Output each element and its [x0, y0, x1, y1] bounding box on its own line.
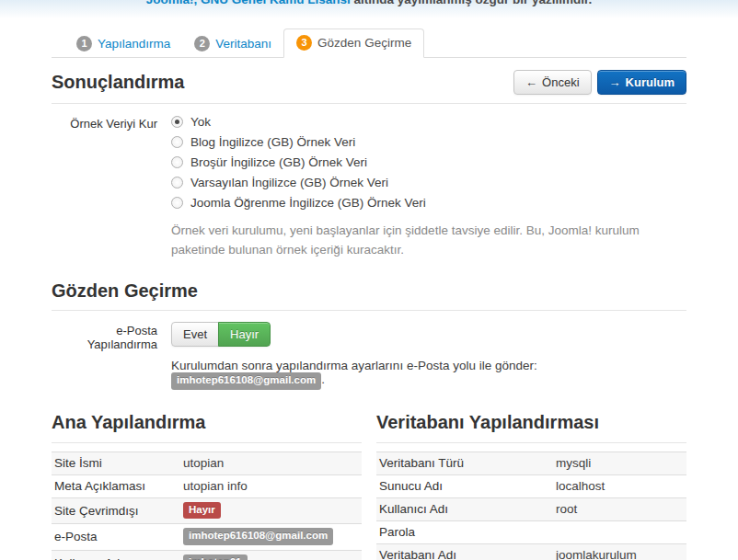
main-config-table: Site İsmiutopianMeta Açıklamasıutopian i…	[52, 451, 362, 560]
tab-label: Gözden Geçirme	[317, 36, 411, 50]
radio-button-icon[interactable]	[171, 197, 183, 209]
radio-button-icon[interactable]	[171, 136, 183, 148]
table-row: Sunucu Adılocalhost	[376, 474, 686, 497]
radio-option-label: Joomla Öğrenme İngilizce (GB) Örnek Veri	[190, 196, 426, 210]
value-badge: imhotep61	[183, 554, 248, 560]
license-line: Joomla!, GNU Genel Kamu Lisansı altında …	[0, 0, 738, 6]
row-label: Meta Açıklaması	[52, 474, 180, 497]
divider	[376, 442, 686, 443]
radio-button-icon[interactable]	[171, 156, 183, 168]
row-value: utopian	[180, 451, 362, 474]
db-config-title: Veritabanı Yapılandırması	[376, 412, 686, 433]
tab-number-badge: 1	[76, 36, 92, 51]
finalise-header: Sonuçlandırma ← Önceki → Kurulum	[52, 70, 686, 95]
radio-option-label: Varsayılan İngilizce (GB) Örnek Veri	[190, 176, 388, 189]
table-row: Site İsmiutopian	[52, 451, 362, 474]
arrow-left-icon: ←	[525, 75, 537, 89]
row-label: Parola	[376, 520, 553, 543]
row-value: localhost	[553, 474, 686, 497]
row-label: Sunucu Adı	[376, 474, 553, 497]
previous-button-label: Önceki	[542, 75, 579, 89]
email-sentence-prefix: Kurulumdan sonra yapılandırma ayarlarını…	[171, 359, 537, 372]
wizard-nav-buttons: ← Önceki → Kurulum	[513, 70, 686, 95]
radio-button-icon[interactable]	[171, 116, 183, 128]
page-title: Sonuçlandırma	[52, 72, 184, 93]
tab-number-badge: 3	[296, 35, 312, 51]
sample-data-option[interactable]: Broşür İngilizce (GB) Örnek Veri	[171, 155, 686, 169]
license-link[interactable]: Joomla!, GNU Genel Kamu Lisansı	[146, 0, 351, 6]
divider	[52, 442, 362, 443]
row-value: imhotep616108@gmail.com	[180, 524, 362, 551]
table-row: Kullanıcı Adıroot	[376, 497, 686, 520]
sample-data-label: Örnek Veriyi Kur	[52, 115, 171, 260]
table-row: e-Postaimhotep616108@gmail.com	[52, 524, 362, 551]
row-value: Hayır	[180, 497, 362, 524]
row-value	[553, 520, 686, 543]
install-button-label: Kurulum	[626, 75, 675, 89]
table-row: Veritabanı Türümysqli	[376, 451, 686, 474]
row-value: imhotep61	[180, 551, 362, 560]
install-container: 1Yapılandırma2Veritabanı3Gözden Geçirme …	[52, 29, 686, 560]
row-label: Veritabanı Adı	[376, 543, 553, 560]
email-sentence: Kurulumdan sonra yapılandırma ayarlarını…	[171, 359, 686, 390]
row-value: root	[553, 497, 686, 520]
wizard-tabs: 1Yapılandırma2Veritabanı3Gözden Geçirme	[52, 29, 686, 58]
tab-gözden-geçirme[interactable]: 3Gözden Geçirme	[283, 29, 424, 58]
table-row: Site ÇevrimdışıHayır	[52, 497, 362, 524]
tab-veritabanı[interactable]: 2Veritabanı	[182, 30, 283, 58]
sample-data-help: Örnek veri kurulumu, yeni başlayanlar iç…	[171, 222, 652, 260]
sample-data-option[interactable]: Blog İngilizce (GB) Örnek Veri	[171, 135, 686, 149]
row-label: Site İsmi	[52, 451, 180, 474]
previous-button[interactable]: ← Önceki	[513, 70, 591, 95]
table-row: Meta Açıklamasıutopian info	[52, 474, 362, 497]
sample-data-options: YokBlog İngilizce (GB) Örnek VeriBroşür …	[171, 115, 686, 210]
email-config-toggle: Evet Hayır	[171, 322, 271, 347]
divider	[52, 310, 686, 311]
main-config-column: Ana Yapılandırma Site İsmiutopianMeta Aç…	[52, 412, 362, 560]
license-text: altında yayımlanmış özgür bir yazılımdır…	[351, 0, 593, 6]
db-config-table: Veritabanı TürümysqliSunucu Adılocalhost…	[376, 451, 686, 560]
sample-data-option[interactable]: Varsayılan İngilizce (GB) Örnek Veri	[171, 176, 686, 189]
email-config-label: e-Posta Yapılandırma	[52, 322, 171, 390]
email-config-yes-button[interactable]: Evet	[171, 322, 219, 347]
row-label: Kullanıcı Adı	[376, 497, 553, 520]
divider	[52, 103, 686, 104]
value-badge: Hayır	[183, 502, 221, 520]
row-value: mysqli	[553, 451, 686, 474]
tab-label: Veritabanı	[215, 37, 271, 51]
row-label: Site Çevrimdışı	[52, 497, 180, 524]
value-badge: imhotep616108@gmail.com	[183, 528, 333, 545]
sample-data-option[interactable]: Joomla Öğrenme İngilizce (GB) Örnek Veri	[171, 196, 686, 210]
table-row: Parola	[376, 520, 686, 543]
radio-option-label: Yok	[190, 115, 211, 129]
review-section: Gözden Geçirme e-Posta Yapılandırma Evet…	[52, 280, 686, 390]
sample-data-group: Örnek Veriyi Kur YokBlog İngilizce (GB) …	[52, 115, 686, 260]
review-title: Gözden Geçirme	[52, 280, 686, 302]
sample-data-option[interactable]: Yok	[171, 115, 686, 129]
tab-yapılandırma[interactable]: 1Yapılandırma	[64, 30, 182, 58]
tab-label: Yapılandırma	[98, 37, 170, 51]
install-button[interactable]: → Kurulum	[597, 70, 686, 95]
license-bar: Joomla!, GNU Genel Kamu Lisansı altında …	[0, 0, 738, 22]
radio-button-icon[interactable]	[171, 177, 183, 189]
tab-number-badge: 2	[194, 36, 210, 51]
row-value: utopian info	[180, 474, 362, 497]
arrow-right-icon: →	[609, 75, 621, 89]
email-config-no-button[interactable]: Hayır	[218, 322, 271, 347]
table-row: Kullanıcı Adıimhotep61	[52, 551, 362, 560]
email-address-badge: imhotep616108@gmail.com	[171, 372, 321, 390]
radio-option-label: Broşür İngilizce (GB) Örnek Veri	[190, 155, 367, 169]
main-config-title: Ana Yapılandırma	[52, 412, 362, 433]
table-row: Veritabanı Adıjoomlakurulum	[376, 543, 686, 560]
row-label: Kullanıcı Adı	[52, 551, 180, 560]
db-config-column: Veritabanı Yapılandırması Veritabanı Tür…	[376, 412, 686, 560]
review-columns: Ana Yapılandırma Site İsmiutopianMeta Aç…	[52, 412, 686, 560]
row-label: Veritabanı Türü	[376, 451, 553, 474]
email-sentence-suffix: .	[321, 372, 325, 386]
row-label: e-Posta	[52, 524, 180, 551]
email-config-group: e-Posta Yapılandırma Evet Hayır Kurulumd…	[52, 322, 686, 390]
radio-option-label: Blog İngilizce (GB) Örnek Veri	[190, 135, 355, 149]
row-value: joomlakurulum	[553, 543, 686, 560]
